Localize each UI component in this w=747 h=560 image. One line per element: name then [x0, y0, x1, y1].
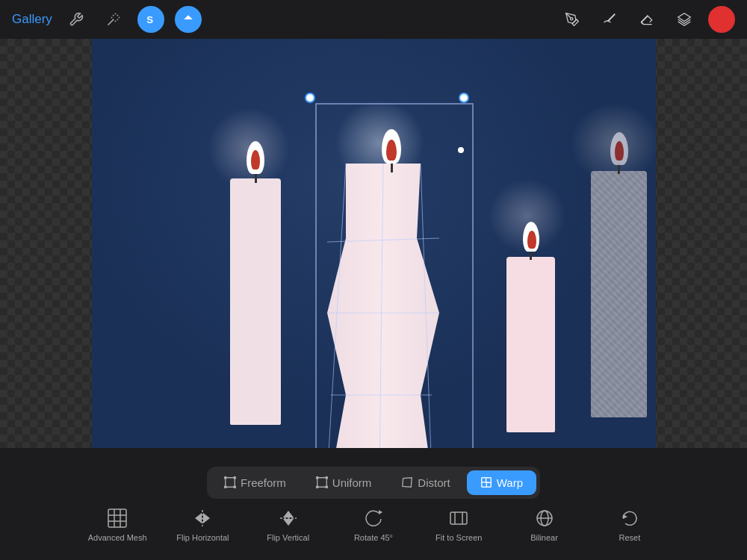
fit-to-screen-tool[interactable]: Fit to Screen: [429, 506, 489, 542]
fit-to-screen-label: Fit to Screen: [436, 533, 482, 542]
svg-text:S: S: [146, 14, 153, 25]
layers-icon[interactable]: [671, 6, 698, 33]
flip-horizontal-icon: [190, 506, 214, 530]
svg-rect-10: [226, 478, 235, 487]
svg-marker-32: [379, 510, 382, 514]
flip-vertical-tool[interactable]: Flip Vertical: [258, 506, 318, 542]
handle-tl[interactable]: [305, 93, 315, 103]
magic-icon[interactable]: [100, 6, 127, 33]
svg-point-19: [326, 486, 328, 488]
flip-vertical-label: Flip Vertical: [267, 533, 309, 542]
reset-tool[interactable]: Reset: [600, 506, 660, 542]
svg-marker-20: [403, 478, 412, 487]
freeform-mode-btn[interactable]: Freeform: [211, 470, 300, 495]
rotate45-tool[interactable]: Rotate 45°: [344, 506, 403, 542]
bilinear-tool[interactable]: Bilinear: [515, 506, 574, 542]
svg-marker-31: [283, 519, 294, 526]
svg-point-16: [316, 476, 318, 479]
gallery-button[interactable]: Gallery: [12, 12, 52, 27]
uniform-mode-btn[interactable]: Uniform: [303, 470, 385, 495]
svg-point-17: [326, 476, 328, 479]
flip-horizontal-tool[interactable]: Flip Horizontal: [173, 506, 232, 542]
svg-marker-30: [283, 511, 294, 517]
svg-marker-2: [678, 13, 691, 22]
svg-point-13: [224, 486, 226, 488]
bilinear-icon: [533, 506, 557, 530]
svg-rect-21: [108, 509, 126, 527]
advanced-mesh-icon: [105, 506, 129, 530]
eraser-icon[interactable]: [633, 6, 660, 33]
transform-icon[interactable]: [175, 6, 202, 33]
svg-point-18: [316, 486, 318, 488]
svg-marker-39: [623, 514, 627, 519]
svg-point-14: [234, 486, 236, 488]
advanced-mesh-tool[interactable]: Advanced Mesh: [87, 506, 147, 542]
rotate45-label: Rotate 45°: [354, 533, 393, 542]
toolbar-left: Gallery S: [12, 6, 202, 33]
canvas-area: [0, 39, 747, 448]
candle2-flame-inner: [386, 140, 397, 161]
svg-point-12: [234, 476, 236, 479]
bottom-tools-row: Advanced Mesh Flip Horizontal Flip V: [75, 506, 672, 542]
bilinear-label: Bilinear: [530, 533, 558, 542]
svg-marker-27: [195, 513, 202, 523]
svg-marker-28: [203, 513, 210, 523]
candle1-flame-inner: [251, 150, 260, 169]
warp-mode-btn[interactable]: Warp: [467, 470, 536, 495]
toolbar-right: [559, 6, 735, 33]
fit-to-screen-icon: [447, 506, 471, 530]
pen-icon[interactable]: [559, 6, 586, 33]
svg-point-11: [224, 476, 226, 479]
color-swatch[interactable]: [708, 6, 735, 33]
brush-icon[interactable]: [596, 6, 623, 33]
candle1-body: [230, 178, 281, 425]
selection-icon[interactable]: S: [137, 6, 164, 33]
candle3-body: [506, 257, 555, 432]
svg-rect-33: [450, 512, 467, 524]
canvas-frame[interactable]: [92, 37, 656, 451]
candle4-flame-inner: [615, 141, 624, 161]
handle-tr[interactable]: [459, 93, 469, 103]
top-toolbar: Gallery S: [0, 0, 747, 39]
flip-vertical-icon: [276, 506, 300, 530]
transform-mode-buttons: Freeform Uniform Distort: [207, 467, 540, 499]
reset-label: Reset: [619, 533, 640, 542]
rotate45-icon: [362, 506, 385, 530]
candle3-flame-inner: [527, 231, 536, 249]
bottom-toolbar: Freeform Uniform Distort: [0, 448, 747, 560]
flip-horizontal-label: Flip Horizontal: [176, 533, 229, 542]
reset-icon: [618, 506, 642, 530]
advanced-mesh-label: Advanced Mesh: [88, 533, 147, 542]
wrench-icon[interactable]: [63, 6, 90, 33]
svg-point-1: [571, 18, 573, 20]
svg-rect-15: [317, 478, 326, 487]
candle4-body: [591, 171, 647, 417]
distort-mode-btn[interactable]: Distort: [388, 470, 463, 495]
